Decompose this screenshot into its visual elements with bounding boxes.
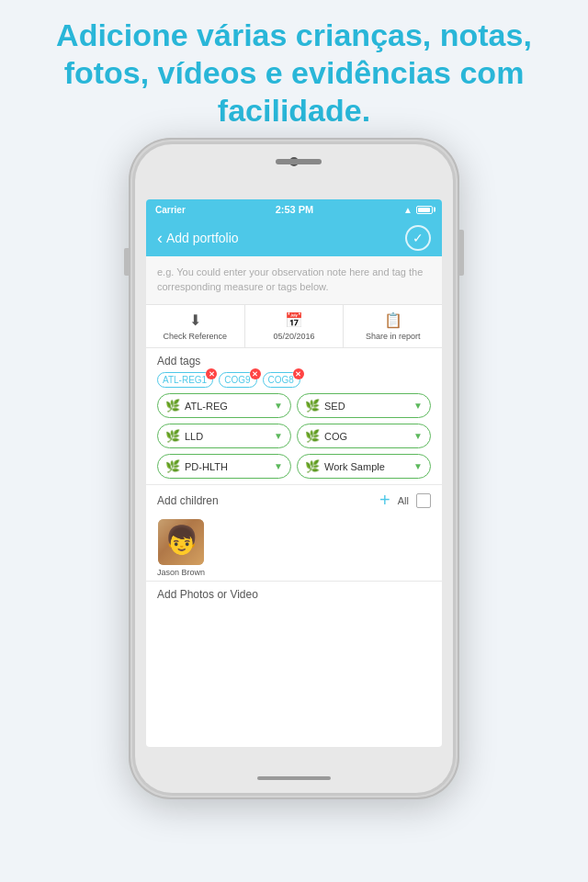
remove-tag-icon[interactable]: ✕ (250, 368, 261, 379)
leaf-icon: 🌿 (305, 459, 320, 473)
chevron-down-icon: ▼ (413, 401, 423, 411)
remove-tag-icon[interactable]: ✕ (293, 368, 304, 379)
leaf-icon: 🌿 (165, 399, 180, 413)
leaf-icon: 🌿 (165, 429, 180, 443)
dropdown-label: LLD (185, 431, 203, 442)
tag-chip-label: ATL-REG1 (163, 375, 207, 385)
back-arrow-icon: ‹ (157, 229, 163, 248)
add-child-button[interactable]: + (379, 490, 390, 511)
dropdown-sed[interactable]: 🌿 SED ▼ (297, 393, 431, 418)
screen-content: Carrier 2:53 PM ▲ ‹ Add portfolio (146, 199, 442, 747)
add-tags-label: Add tags (146, 348, 442, 372)
chevron-down-icon: ▼ (274, 431, 283, 441)
date-picker-button[interactable]: 📅 05/20/2016 (245, 305, 345, 347)
leaf-icon: 🌿 (305, 429, 320, 443)
checkmark-icon: ✓ (413, 231, 424, 245)
all-checkbox[interactable] (416, 493, 431, 508)
tag-chip-label: COG9 (224, 375, 250, 385)
tag-chip-label: COG8 (268, 375, 294, 385)
note-placeholder: e.g. You could enter your observation no… (157, 266, 431, 295)
dropdown-label: ATL-REG (185, 401, 228, 412)
dropdown-label: COG (324, 431, 347, 442)
calendar-icon: 📅 (285, 311, 303, 329)
tag-chip-atl-reg1[interactable]: ✕ ATL-REG1 (157, 372, 213, 388)
add-photos-bar[interactable]: Add Photos or Video (146, 581, 442, 607)
dropdown-lld[interactable]: 🌿 LLD ▼ (157, 424, 291, 448)
note-area[interactable]: e.g. You could enter your observation no… (146, 256, 442, 305)
volume-button (124, 248, 129, 276)
child-avatar (158, 519, 204, 565)
tag-chip-cog8[interactable]: ✕ COG8 (263, 372, 300, 388)
chevron-down-icon: ▼ (274, 461, 283, 471)
dropdown-label: PD-HLTH (185, 461, 228, 472)
chevron-down-icon: ▼ (413, 431, 423, 441)
child-item-jason[interactable]: Jason Brown (157, 519, 205, 577)
status-bar: Carrier 2:53 PM ▲ (146, 199, 442, 220)
leaf-icon: 🌿 (305, 399, 320, 413)
leaf-icon: 🌿 (165, 459, 180, 473)
chevron-down-icon: ▼ (274, 401, 283, 411)
promo-text: Adicione várias crianças, notas, fotos, … (0, 0, 588, 138)
dropdown-cog[interactable]: 🌿 COG ▼ (297, 424, 431, 448)
battery-icon (416, 206, 433, 214)
nav-bar: ‹ Add portfolio ✓ (146, 220, 442, 256)
time-label: 2:53 PM (276, 204, 314, 215)
dropdown-label: SED (324, 401, 345, 412)
dropdown-pd-hlth[interactable]: 🌿 PD-HLTH ▼ (157, 454, 291, 479)
add-children-controls: + All (379, 490, 431, 511)
earpiece-speaker (276, 159, 322, 164)
toolbar: ⬇ Check Reference 📅 05/20/2016 📋 Share i… (146, 305, 442, 348)
status-icons: ▲ (403, 205, 433, 215)
child-name: Jason Brown (157, 568, 205, 577)
all-label: All (398, 495, 409, 506)
dropdown-label: Work Sample (324, 461, 385, 472)
power-button (459, 230, 464, 276)
tag-chip-cog9[interactable]: ✕ COG9 (219, 372, 256, 388)
children-row: Jason Brown (146, 515, 442, 581)
child-photo (158, 519, 204, 565)
confirm-button[interactable]: ✓ (405, 225, 431, 251)
wifi-icon: ▲ (403, 205, 413, 215)
check-reference-button[interactable]: ⬇ Check Reference (146, 305, 245, 347)
phone-frame: Carrier 2:53 PM ▲ ‹ Add portfolio (129, 138, 459, 799)
home-indicator (257, 776, 331, 780)
nav-title: Add portfolio (166, 231, 239, 245)
date-label: 05/20/2016 (273, 332, 314, 341)
remove-tag-icon[interactable]: ✕ (206, 368, 217, 379)
chevron-down-icon: ▼ (413, 461, 423, 471)
share-report-button[interactable]: 📋 Share in report (344, 305, 442, 347)
dropdown-work-sample[interactable]: 🌿 Work Sample ▼ (297, 454, 431, 479)
dropdown-atl-reg[interactable]: 🌿 ATL-REG ▼ (157, 393, 291, 418)
add-children-label: Add children (157, 494, 219, 507)
back-button[interactable]: ‹ Add portfolio (157, 229, 239, 248)
add-children-header: Add children + All (146, 484, 442, 515)
share-label: Share in report (366, 332, 421, 341)
tag-dropdown-grid: 🌿 ATL-REG ▼ 🌿 SED ▼ 🌿 (146, 393, 442, 484)
download-icon: ⬇ (189, 311, 201, 329)
check-reference-label: Check Reference (164, 332, 228, 341)
selected-tags-row: ✕ ATL-REG1 ✕ COG9 ✕ COG8 (146, 372, 442, 393)
carrier-label: Carrier (155, 205, 186, 215)
share-icon: 📋 (384, 311, 402, 329)
